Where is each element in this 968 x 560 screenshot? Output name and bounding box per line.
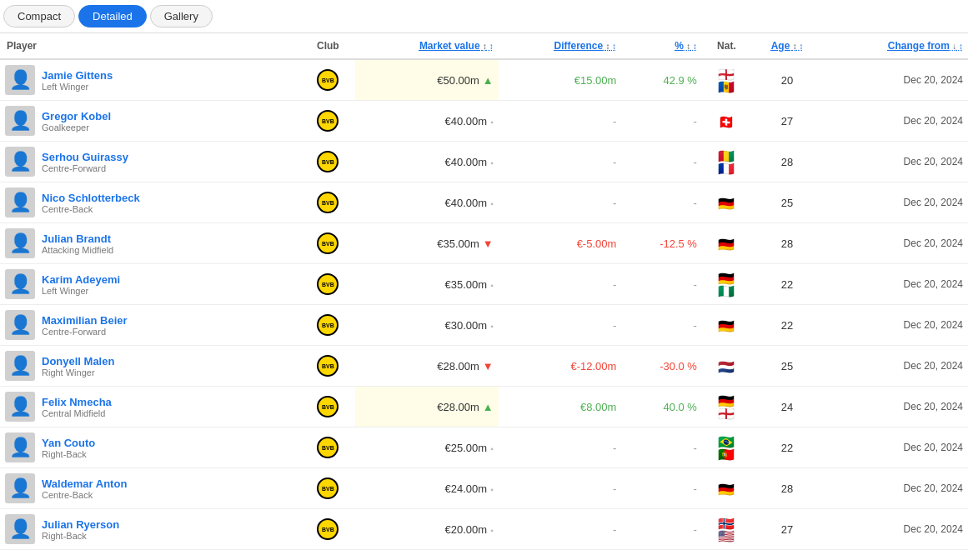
club-logo[interactable]: BVB [317,518,339,540]
player-avatar: 👤 [5,514,35,544]
market-value-amount: €35.00m [437,238,479,250]
difference-cell: - [499,509,622,550]
club-logo[interactable]: BVB [317,273,339,295]
col-age[interactable]: Age ↕ [751,33,823,59]
player-name[interactable]: Nico Schlotterbeck [42,192,140,204]
col-market-value[interactable]: Market value ↕ [355,33,498,59]
tab-gallery[interactable]: Gallery [150,5,213,28]
table-row: 👤 Julian Ryerson Right-Back BVB€20.00m▪-… [0,509,968,550]
player-name[interactable]: Jamie Gittens [42,69,113,82]
player-avatar: 👤 [5,269,35,299]
flags-cell: 🇧🇷🇵🇹 [702,428,751,468]
flag-icon: 🇲🇩 [717,81,735,92]
player-name[interactable]: Donyell Malen [42,355,114,368]
market-value-cell: €40.00m▪ [355,182,498,223]
club-cell[interactable]: BVB [301,264,356,305]
change-from-cell: Dec 20, 2024 [823,182,968,223]
player-position: Attacking Midfield [42,245,113,255]
club-logo[interactable]: BVB [317,110,339,132]
market-value-cell: €20.00m▪ [355,509,498,550]
flags-cell: 🇨🇭 [702,101,751,142]
difference-cell: - [499,182,622,223]
pct-cell: - [621,101,702,142]
club-logo[interactable]: BVB [317,232,339,254]
player-name[interactable]: Gregor Kobel [42,110,111,122]
club-logo[interactable]: BVB [317,396,339,418]
club-logo[interactable]: BVB [317,437,339,458]
club-logo[interactable]: BVB [317,192,339,213]
flags-cell: 🇩🇪🇳🇬 [702,264,751,305]
table-row: 👤 Karim Adeyemi Left Winger BVB€35.00m▪-… [0,264,968,305]
player-name[interactable]: Waldemar Anton [42,478,127,490]
flags-cell: 🏴󠁧󠁢󠁥󠁮󠁧󠁿🇲🇩 [702,59,751,101]
club-logo[interactable]: BVB [317,151,339,172]
club-logo[interactable]: BVB [317,314,339,336]
col-player: Player [0,33,301,59]
player-cell: 👤 Waldemar Anton Centre-Back [0,468,301,509]
table-row: 👤 Maximilian Beier Centre-Forward BVB€30… [0,305,968,346]
difference-cell: - [499,468,622,509]
club-cell[interactable]: BVB [301,59,356,101]
club-cell[interactable]: BVB [301,387,356,428]
age-cell: 28 [751,142,823,182]
col-pct[interactable]: % ↕ [621,33,702,59]
player-position: Left Winger [42,82,113,92]
club-cell[interactable]: BVB [301,428,356,468]
flag-icon: 🏴󠁧󠁢󠁥󠁮󠁧󠁿 [717,68,735,79]
club-cell[interactable]: BVB [301,346,356,387]
change-from-cell: Dec 20, 2024 [823,142,968,182]
club-cell[interactable]: BVB [301,305,356,346]
player-name[interactable]: Maximilian Beier [42,314,128,327]
market-value-amount: €28.00m [437,360,479,372]
col-change-from[interactable]: Change from ↓ [823,33,968,59]
difference-cell: €15.00m [499,59,622,101]
club-cell[interactable]: BVB [301,468,356,509]
market-value-amount: €40.00m [445,197,488,209]
club-cell[interactable]: BVB [301,509,356,550]
club-cell[interactable]: BVB [301,101,356,142]
player-position: Right-Back [42,531,119,541]
tab-compact[interactable]: Compact [3,5,75,28]
player-cell: 👤 Julian Ryerson Right-Back [0,509,301,550]
player-cell: 👤 Maximilian Beier Centre-Forward [0,305,301,346]
player-position: Centre-Forward [42,163,128,173]
club-cell[interactable]: BVB [301,142,356,182]
pct-cell: -12.5 % [621,223,702,264]
player-name[interactable]: Karim Adeyemi [42,273,120,286]
player-position: Goalkeeper [42,122,111,132]
club-cell[interactable]: BVB [301,223,356,264]
players-table: Player Club Market value ↕ Difference ↕ … [0,33,968,550]
player-avatar: 👤 [5,65,35,95]
change-from-cell: Dec 20, 2024 [823,346,968,387]
club-cell[interactable]: BVB [301,182,356,223]
flag-icon: 🇳🇴 [717,518,735,528]
player-name[interactable]: Julian Ryerson [42,518,119,531]
age-cell: 25 [751,182,823,223]
player-name[interactable]: Julian Brandt [42,232,113,245]
table-row: 👤 Donyell Malen Right Winger BVB€28.00m▼… [0,346,968,387]
pct-cell: - [621,509,702,550]
age-cell: 24 [751,387,823,428]
market-value-cell: €30.00m▪ [355,305,498,346]
flag-icon: 🇬🇳 [717,150,735,161]
col-difference[interactable]: Difference ↕ [499,33,622,59]
change-from-cell: Dec 20, 2024 [823,59,968,101]
player-name[interactable]: Serhou Guirassy [42,151,128,163]
player-name[interactable]: Yan Couto [42,437,95,449]
player-avatar: 👤 [5,228,35,258]
table-row: 👤 Julian Brandt Attacking Midfield BVB€3… [0,223,968,264]
tab-detailed[interactable]: Detailed [78,5,147,28]
player-avatar: 👤 [5,432,35,462]
player-name[interactable]: Felix Nmecha [42,396,112,408]
club-logo[interactable]: BVB [317,69,339,91]
club-logo[interactable]: BVB [317,478,339,499]
age-cell: 20 [751,59,823,101]
change-from-cell: Dec 20, 2024 [823,468,968,509]
age-cell: 27 [751,101,823,142]
flags-cell: 🇳🇴🇺🇸 [702,509,751,550]
flags-cell: 🇩🇪 [702,223,751,264]
market-value-cell: €25.00m▪ [355,428,498,468]
club-logo[interactable]: BVB [317,355,339,377]
player-position: Right-Back [42,449,95,459]
player-position: Central Midfield [42,408,112,418]
